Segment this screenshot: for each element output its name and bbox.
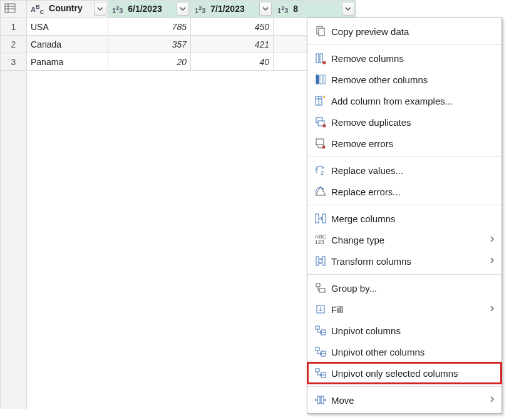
svg-rect-0 [5, 4, 15, 13]
menu-unpivot-columns[interactable]: Unpivot columns [307, 320, 501, 341]
svg-rect-23 [316, 284, 320, 287]
menu-separator [307, 205, 501, 205]
svg-rect-7 [320, 54, 322, 63]
column-label: 8 [293, 4, 298, 14]
data-grid: ABC Country 123 6/1/2023 123 7/1/2023 12… [0, 0, 356, 409]
menu-copy-preview-data[interactable]: Copy preview data [307, 21, 501, 42]
column-header-country[interactable]: ABC Country [27, 1, 108, 18]
svg-rect-26 [316, 326, 319, 329]
svg-rect-36 [321, 396, 324, 404]
column-filter-button[interactable] [259, 2, 272, 16]
fill-icon [312, 303, 329, 315]
cell-country[interactable]: USA [27, 18, 108, 36]
svg-rect-35 [317, 396, 320, 404]
replace-errors-icon [312, 185, 329, 198]
menu-fill[interactable]: Fill [307, 299, 501, 320]
menu-replace-errors[interactable]: Replace errors... [307, 181, 501, 202]
remove-errors-icon [312, 137, 329, 150]
menu-change-type[interactable]: ABC123 Change type [307, 229, 501, 250]
column-label: Country [49, 3, 83, 13]
unpivot-other-icon [312, 346, 329, 358]
move-icon [312, 394, 329, 406]
table-row[interactable]: 1 USA 785 450 [1, 18, 356, 36]
cell-country[interactable]: Canada [27, 36, 108, 53]
remove-columns-icon [312, 52, 329, 64]
menu-remove-errors[interactable]: Remove errors [307, 133, 501, 154]
add-column-examples-icon [312, 95, 329, 107]
type-number-icon: 123 [277, 5, 288, 14]
svg-rect-10 [324, 75, 326, 84]
type-number-icon: 123 [195, 5, 205, 14]
remove-duplicates-icon [312, 116, 329, 128]
menu-unpivot-only-selected-columns[interactable]: Unpivot only selected columns [307, 362, 501, 384]
menu-remove-other-columns[interactable]: Remove other columns [307, 69, 501, 90]
cell-value[interactable]: 785 [108, 18, 191, 36]
context-menu: Copy preview data Remove columns Remove … [307, 18, 502, 414]
column-label: 7/1/2023 [210, 4, 245, 14]
column-filter-button[interactable] [177, 2, 189, 16]
cell-value[interactable]: 20 [108, 53, 191, 71]
copy-preview-icon [312, 25, 329, 38]
change-type-icon: ABC123 [312, 234, 329, 245]
menu-separator [307, 386, 501, 387]
table-row[interactable]: 2 Canada 357 421 [1, 36, 356, 53]
cell-value[interactable]: 40 [191, 53, 274, 71]
menu-remove-columns[interactable]: Remove columns [307, 48, 501, 69]
svg-rect-19 [316, 214, 319, 223]
unpivot-icon [312, 324, 329, 337]
select-all-corner[interactable] [1, 1, 27, 18]
column-header-8-1-2023[interactable]: 123 8 [274, 1, 356, 18]
column-filter-button[interactable] [94, 2, 106, 16]
submenu-arrow-icon [489, 256, 495, 267]
svg-rect-22 [322, 257, 325, 265]
menu-unpivot-other-columns[interactable]: Unpivot other columns [307, 341, 501, 362]
svg-rect-29 [316, 347, 319, 351]
cell-value[interactable]: 450 [191, 18, 274, 36]
column-label: 6/1/2023 [128, 4, 162, 14]
cell-value[interactable]: 421 [191, 36, 274, 53]
submenu-arrow-icon [489, 395, 495, 406]
merge-columns-icon [312, 212, 329, 225]
submenu-arrow-icon [489, 304, 495, 315]
svg-rect-32 [316, 369, 319, 372]
cell-value[interactable]: 357 [108, 36, 191, 53]
column-header-7-1-2023[interactable]: 123 7/1/2023 [191, 1, 274, 18]
type-text-icon: ABC [31, 4, 44, 15]
svg-rect-9 [320, 75, 322, 84]
svg-rect-21 [316, 257, 319, 265]
cell-country[interactable]: Panama [27, 53, 108, 71]
type-number-icon: 123 [112, 5, 123, 14]
menu-group-by[interactable]: Group by... [307, 277, 501, 299]
row-number[interactable]: 3 [1, 53, 27, 71]
table-row[interactable]: 3 Panama 20 40 [1, 53, 356, 71]
submenu-arrow-icon [489, 235, 495, 245]
column-header-6-1-2023[interactable]: 123 6/1/2023 [108, 1, 191, 18]
menu-move[interactable]: Move [307, 389, 501, 411]
group-by-icon [312, 282, 329, 294]
svg-rect-16 [316, 139, 324, 145]
svg-text:2: 2 [321, 170, 324, 176]
menu-separator [307, 274, 501, 275]
svg-rect-5 [319, 28, 324, 36]
row-number[interactable]: 1 [1, 18, 27, 36]
menu-separator [307, 156, 501, 157]
column-filter-button[interactable] [342, 2, 354, 16]
menu-transform-columns[interactable]: Transform columns [307, 250, 501, 272]
unpivot-selected-icon [312, 367, 329, 379]
menu-separator [307, 44, 501, 45]
row-number[interactable]: 2 [1, 36, 27, 53]
transform-columns-icon [312, 255, 329, 267]
menu-replace-values[interactable]: 12 Replace values... [307, 160, 501, 181]
svg-rect-20 [322, 214, 326, 223]
menu-remove-duplicates[interactable]: Remove duplicates [307, 111, 501, 133]
remove-other-columns-icon [312, 73, 329, 86]
menu-merge-columns[interactable]: Merge columns [307, 208, 501, 229]
svg-rect-8 [316, 75, 319, 84]
menu-add-column-from-examples[interactable]: Add column from examples... [307, 90, 501, 111]
svg-rect-6 [316, 54, 319, 63]
replace-values-icon: 12 [312, 164, 329, 177]
svg-rect-24 [319, 289, 325, 292]
